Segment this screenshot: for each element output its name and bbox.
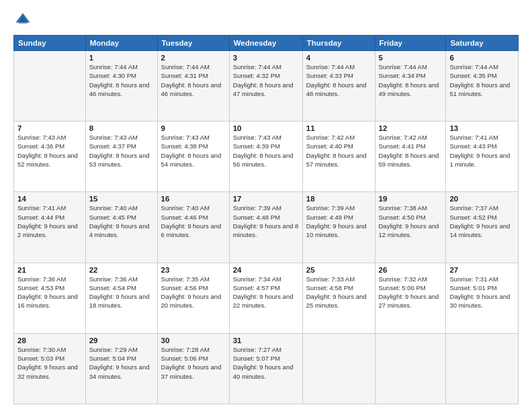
day-cell — [302, 333, 375, 404]
day-number: 24 — [233, 266, 299, 274]
day-number: 21 — [17, 266, 82, 274]
day-number: 14 — [17, 195, 82, 203]
day-number: 2 — [161, 54, 226, 62]
week-row-3: 21Sunrise: 7:36 AMSunset: 4:53 PMDayligh… — [14, 263, 519, 333]
day-cell: 21Sunrise: 7:36 AMSunset: 4:53 PMDayligh… — [14, 263, 86, 333]
day-number: 31 — [233, 336, 299, 345]
calendar-header: SundayMondayTuesdayWednesdayThursdayFrid… — [14, 36, 519, 51]
week-row-4: 28Sunrise: 7:30 AMSunset: 5:03 PMDayligh… — [14, 333, 519, 404]
day-number: 15 — [89, 195, 154, 203]
day-info: Sunrise: 7:40 AMSunset: 4:46 PMDaylight:… — [161, 203, 226, 239]
day-info: Sunrise: 7:44 AMSunset: 4:34 PMDaylight:… — [379, 62, 443, 98]
day-number: 16 — [161, 195, 226, 203]
calendar-body: 1Sunrise: 7:44 AMSunset: 4:30 PMDaylight… — [14, 51, 519, 404]
day-info: Sunrise: 7:33 AMSunset: 4:58 PMDaylight:… — [306, 275, 371, 310]
day-cell: 12Sunrise: 7:42 AMSunset: 4:41 PMDayligh… — [375, 122, 446, 192]
day-number: 12 — [379, 124, 443, 132]
day-info: Sunrise: 7:44 AMSunset: 4:33 PMDaylight:… — [306, 62, 371, 98]
day-number: 8 — [89, 124, 154, 132]
day-cell — [14, 51, 86, 122]
day-info: Sunrise: 7:35 AMSunset: 4:56 PMDaylight:… — [161, 275, 226, 310]
day-info: Sunrise: 7:43 AMSunset: 4:39 PMDaylight:… — [233, 133, 299, 169]
week-row-1: 7Sunrise: 7:43 AMSunset: 4:36 PMDaylight… — [14, 122, 519, 192]
day-number: 20 — [449, 195, 515, 203]
day-cell: 6Sunrise: 7:44 AMSunset: 4:35 PMDaylight… — [446, 51, 519, 122]
day-info: Sunrise: 7:36 AMSunset: 4:54 PMDaylight:… — [89, 275, 154, 310]
day-cell: 7Sunrise: 7:43 AMSunset: 4:36 PMDaylight… — [14, 122, 86, 192]
day-number: 9 — [161, 124, 226, 132]
day-number: 29 — [89, 336, 154, 345]
day-cell: 2Sunrise: 7:44 AMSunset: 4:31 PMDaylight… — [157, 51, 229, 122]
week-row-2: 14Sunrise: 7:41 AMSunset: 4:44 PMDayligh… — [14, 192, 519, 263]
day-info: Sunrise: 7:41 AMSunset: 4:43 PMDaylight:… — [449, 133, 515, 169]
day-cell: 17Sunrise: 7:39 AMSunset: 4:48 PMDayligh… — [229, 192, 302, 263]
calendar-table: SundayMondayTuesdayWednesdayThursdayFrid… — [13, 35, 519, 404]
day-cell: 22Sunrise: 7:36 AMSunset: 4:54 PMDayligh… — [85, 263, 157, 333]
day-number: 11 — [306, 124, 371, 132]
day-cell: 28Sunrise: 7:30 AMSunset: 5:03 PMDayligh… — [14, 333, 86, 404]
day-number: 1 — [89, 54, 154, 62]
day-number: 4 — [306, 54, 371, 62]
day-cell: 19Sunrise: 7:38 AMSunset: 4:50 PMDayligh… — [375, 192, 446, 263]
weekday-header-saturday: Saturday — [446, 36, 519, 51]
weekday-header-friday: Friday — [375, 36, 446, 51]
weekday-header-tuesday: Tuesday — [157, 36, 229, 51]
day-cell: 10Sunrise: 7:43 AMSunset: 4:39 PMDayligh… — [229, 122, 302, 192]
day-info: Sunrise: 7:44 AMSunset: 4:31 PMDaylight:… — [161, 62, 226, 98]
logo — [13, 11, 35, 30]
day-info: Sunrise: 7:32 AMSunset: 5:00 PMDaylight:… — [379, 275, 443, 310]
weekday-row: SundayMondayTuesdayWednesdayThursdayFrid… — [14, 36, 519, 51]
page: SundayMondayTuesdayWednesdayThursdayFrid… — [0, 0, 532, 411]
day-number: 25 — [306, 266, 371, 274]
day-cell: 20Sunrise: 7:37 AMSunset: 4:52 PMDayligh… — [446, 192, 519, 263]
day-cell: 15Sunrise: 7:40 AMSunset: 4:45 PMDayligh… — [85, 192, 157, 263]
logo-icon — [13, 11, 32, 30]
day-number: 19 — [379, 195, 443, 203]
day-info: Sunrise: 7:29 AMSunset: 5:04 PMDaylight:… — [89, 345, 154, 381]
day-cell: 30Sunrise: 7:28 AMSunset: 5:06 PMDayligh… — [157, 333, 229, 404]
day-number: 23 — [161, 266, 226, 274]
weekday-header-sunday: Sunday — [14, 36, 86, 51]
day-number: 13 — [449, 124, 515, 132]
weekday-header-monday: Monday — [85, 36, 157, 51]
day-info: Sunrise: 7:41 AMSunset: 4:44 PMDaylight:… — [17, 203, 82, 239]
day-cell: 16Sunrise: 7:40 AMSunset: 4:46 PMDayligh… — [157, 192, 229, 263]
day-cell: 25Sunrise: 7:33 AMSunset: 4:58 PMDayligh… — [302, 263, 375, 333]
day-number: 7 — [17, 124, 82, 132]
day-info: Sunrise: 7:42 AMSunset: 4:40 PMDaylight:… — [306, 133, 371, 169]
day-number: 18 — [306, 195, 371, 203]
day-info: Sunrise: 7:44 AMSunset: 4:30 PMDaylight:… — [89, 62, 154, 98]
day-info: Sunrise: 7:39 AMSunset: 4:49 PMDaylight:… — [306, 203, 371, 239]
day-info: Sunrise: 7:28 AMSunset: 5:06 PMDaylight:… — [161, 345, 226, 381]
day-info: Sunrise: 7:43 AMSunset: 4:37 PMDaylight:… — [89, 133, 154, 169]
day-cell: 4Sunrise: 7:44 AMSunset: 4:33 PMDaylight… — [302, 51, 375, 122]
day-info: Sunrise: 7:43 AMSunset: 4:38 PMDaylight:… — [161, 133, 226, 169]
day-cell: 3Sunrise: 7:44 AMSunset: 4:32 PMDaylight… — [229, 51, 302, 122]
day-info: Sunrise: 7:44 AMSunset: 4:32 PMDaylight:… — [233, 62, 299, 98]
day-cell: 5Sunrise: 7:44 AMSunset: 4:34 PMDaylight… — [375, 51, 446, 122]
day-number: 28 — [17, 336, 82, 345]
day-cell: 13Sunrise: 7:41 AMSunset: 4:43 PMDayligh… — [446, 122, 519, 192]
day-info: Sunrise: 7:27 AMSunset: 5:07 PMDaylight:… — [233, 345, 299, 381]
day-number: 22 — [89, 266, 154, 274]
day-number: 30 — [161, 336, 226, 345]
day-number: 26 — [379, 266, 443, 274]
day-cell — [446, 333, 519, 404]
day-cell: 29Sunrise: 7:29 AMSunset: 5:04 PMDayligh… — [85, 333, 157, 404]
day-number: 17 — [233, 195, 299, 203]
day-number: 6 — [449, 54, 515, 62]
day-cell: 31Sunrise: 7:27 AMSunset: 5:07 PMDayligh… — [229, 333, 302, 404]
day-cell: 11Sunrise: 7:42 AMSunset: 4:40 PMDayligh… — [302, 122, 375, 192]
weekday-header-thursday: Thursday — [302, 36, 375, 51]
day-info: Sunrise: 7:30 AMSunset: 5:03 PMDaylight:… — [17, 345, 82, 381]
day-info: Sunrise: 7:38 AMSunset: 4:50 PMDaylight:… — [379, 203, 443, 239]
day-cell — [375, 333, 446, 404]
day-cell: 23Sunrise: 7:35 AMSunset: 4:56 PMDayligh… — [157, 263, 229, 333]
day-number: 10 — [233, 124, 299, 132]
day-cell: 9Sunrise: 7:43 AMSunset: 4:38 PMDaylight… — [157, 122, 229, 192]
day-number: 27 — [449, 266, 515, 274]
day-number: 5 — [379, 54, 443, 62]
day-info: Sunrise: 7:43 AMSunset: 4:36 PMDaylight:… — [17, 133, 82, 169]
day-info: Sunrise: 7:40 AMSunset: 4:45 PMDaylight:… — [89, 203, 154, 239]
day-info: Sunrise: 7:44 AMSunset: 4:35 PMDaylight:… — [449, 62, 515, 98]
